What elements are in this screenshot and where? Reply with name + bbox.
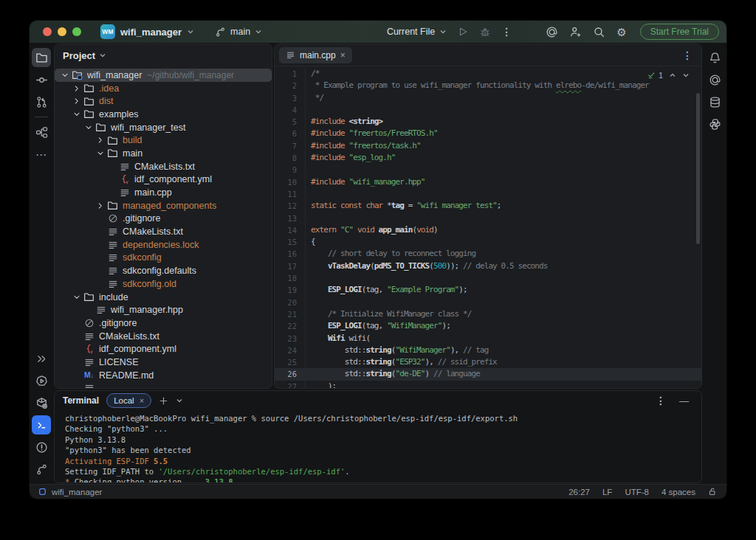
start-free-trial-button[interactable]: Start Free Trial — [640, 24, 719, 40]
code-line-15[interactable]: 15{ — [275, 236, 701, 248]
chevron-right-icon[interactable] — [71, 83, 83, 94]
tree-item--gitignore[interactable]: .gitignore — [55, 316, 272, 330]
terminal-tab-local[interactable]: Local × — [106, 393, 151, 408]
tree-item[interactable] — [55, 382, 272, 390]
chevron-down-icon[interactable] — [71, 108, 83, 120]
status-project-widget[interactable]: wifi_manager — [38, 488, 102, 496]
project-tool-button[interactable] — [32, 48, 51, 67]
ai-assistant-icon[interactable] — [546, 26, 558, 38]
code-line-26[interactable]: 26 std::string("de-DE") // language — [275, 368, 701, 380]
tree-item-cmakelists-txt[interactable]: CMakeLists.txt — [55, 330, 272, 343]
close-terminal-tab-icon[interactable]: × — [140, 397, 144, 405]
prev-problem-icon[interactable] — [669, 72, 676, 79]
code-line-13[interactable]: 13 — [275, 212, 701, 224]
tree-item-include[interactable]: include — [55, 291, 272, 304]
tree-item-cmakelists-txt[interactable]: CMakeLists.txt — [55, 225, 272, 238]
tree-item-wifi-manager-test[interactable]: wifi_manager_test — [55, 121, 272, 134]
code-line-17[interactable]: 17 vTaskDelay(pdMS_TO_TICKS(500)); // de… — [275, 260, 701, 272]
structure-tool-button[interactable] — [32, 122, 51, 142]
build-tool-button[interactable] — [32, 393, 51, 412]
tree-item-cmakelists-txt[interactable]: CMakeLists.txt — [55, 160, 272, 173]
settings-gear-icon[interactable]: ⚙ — [616, 27, 626, 38]
tree-item-idf-component-yml[interactable]: idf_component.yml — [55, 173, 272, 187]
problems-tool-button[interactable] — [32, 437, 51, 457]
terminal-tool-button[interactable] — [32, 415, 51, 435]
tree-item-dist[interactable]: dist — [55, 94, 272, 108]
project-panel-header[interactable]: Project — [55, 44, 272, 66]
indent-style[interactable]: 4 spaces — [662, 488, 695, 496]
git-tool-button[interactable] — [32, 460, 51, 479]
code-line-14[interactable]: 14extern "C" void app_main(void) — [275, 224, 701, 236]
minimize-window-button[interactable] — [58, 27, 66, 36]
code-line-2[interactable]: 2 * Example program to use wifi_manager … — [275, 80, 701, 91]
code-line-12[interactable]: 12static const char *tag = "wifi manager… — [275, 200, 701, 212]
inspections-widget[interactable]: 1 — [647, 70, 690, 80]
tree-item-sdkconfig[interactable]: sdkconfig — [55, 252, 272, 265]
tree-item-wifi-manager-hpp[interactable]: wifi_manager.hpp — [55, 303, 272, 316]
line-separator[interactable]: LF — [602, 488, 612, 496]
branch-widget[interactable]: main — [215, 27, 262, 38]
new-terminal-icon[interactable] — [159, 396, 168, 406]
code-line-9[interactable]: 9 — [275, 164, 701, 176]
debug-button[interactable] — [479, 26, 491, 38]
tree-item-license[interactable]: LICENSE — [55, 356, 272, 369]
chevron-down-icon[interactable] — [71, 291, 83, 303]
add-user-icon[interactable] — [569, 26, 582, 38]
collapse-tool-button[interactable] — [32, 349, 51, 368]
close-window-button[interactable] — [43, 27, 52, 36]
code-line-7[interactable]: 7#include "freertos/task.h" — [275, 140, 701, 152]
code-line-8[interactable]: 8#include "esp_log.h" — [275, 152, 701, 164]
tree-item-main[interactable]: main — [55, 147, 272, 160]
unlocked-icon[interactable] — [708, 487, 718, 496]
tree-item-build[interactable]: build — [55, 134, 272, 147]
python-packages-tool-button[interactable] — [705, 114, 724, 134]
terminal-output[interactable]: christophoberle@MacBookPro wifi_manager … — [55, 410, 701, 483]
tree-item-sdkconfig-defaults[interactable]: sdkconfig.defaults — [55, 264, 272, 277]
chevron-down-icon[interactable] — [59, 69, 71, 81]
code-line-11[interactable]: 11 — [275, 188, 701, 200]
editor-options-icon[interactable]: ⋮ — [682, 49, 697, 61]
code-line-21[interactable]: 21 /* Initialize WifiManager class */ — [275, 308, 701, 320]
tree-item-readme-md[interactable]: M↓README.md — [55, 369, 272, 382]
run-config-selector[interactable]: Current File — [387, 27, 447, 37]
tree-item--gitignore[interactable]: .gitignore — [55, 212, 272, 226]
project-widget[interactable]: WM wifi_manager — [100, 24, 194, 39]
code-line-10[interactable]: 10#include "wifi_manager.hpp" — [275, 176, 701, 188]
search-icon[interactable] — [593, 26, 605, 38]
code-line-6[interactable]: 6#include "freertos/FreeRTOS.h" — [275, 128, 701, 139]
zoom-window-button[interactable] — [72, 27, 81, 36]
notifications-tool-button[interactable] — [705, 48, 724, 67]
next-problem-icon[interactable] — [682, 72, 690, 79]
code-line-25[interactable]: 25 std::string("ESP32"), // ssid_prefix — [275, 356, 701, 368]
code-line-18[interactable]: 18 — [275, 272, 701, 284]
code-line-5[interactable]: 5#include <string> — [275, 116, 701, 128]
code-line-20[interactable]: 20 — [275, 297, 701, 308]
tree-item-main-cpp[interactable]: main.cpp — [55, 186, 272, 199]
terminal-dropdown-icon[interactable] — [176, 397, 183, 404]
run-button[interactable] — [457, 26, 469, 38]
more-run-options-icon[interactable]: ⋮ — [501, 27, 512, 37]
code-line-16[interactable]: 16 // short delay to reconnect logging — [275, 248, 701, 260]
tab-main-cpp[interactable]: main.cpp × — [279, 47, 352, 63]
more-tool-button[interactable]: ⋯ — [32, 145, 51, 164]
database-tool-button[interactable] — [705, 92, 724, 111]
tree-item-dependencies-lock[interactable]: dependencies.lock — [55, 238, 272, 252]
tree-item-managed-components[interactable]: managed_components — [55, 199, 272, 212]
code-editor[interactable]: 1/*2 * Example program to use wifi_manag… — [275, 66, 701, 389]
pull-requests-tool-button[interactable] — [32, 92, 51, 111]
code-line-4[interactable]: 4 — [275, 104, 701, 116]
ai-assistant-tool-button[interactable] — [705, 70, 724, 89]
caret-position[interactable]: 26:27 — [568, 488, 590, 496]
tree-item-examples[interactable]: examples — [55, 108, 272, 121]
run-tool-button[interactable] — [32, 371, 51, 390]
tree-item-wifi-manager[interactable]: wifi_manager~/github/wifi_manager — [55, 69, 272, 82]
code-line-19[interactable]: 19 ESP_LOGI(tag, "Example Program"); — [275, 284, 701, 296]
tree-item-idf-component-yml[interactable]: idf_component.yml — [55, 342, 272, 356]
code-line-1[interactable]: 1/* — [275, 68, 701, 80]
chevron-right-icon[interactable] — [94, 200, 106, 212]
chevron-down-icon[interactable] — [83, 122, 94, 134]
tree-item-sdkconfig-old[interactable]: sdkconfig.old — [55, 277, 272, 291]
editor-scrollbar[interactable] — [696, 93, 700, 244]
code-line-22[interactable]: 22 ESP_LOGI(tag, "WifiManager"); — [275, 320, 701, 332]
code-line-3[interactable]: 3 */ — [275, 92, 701, 104]
